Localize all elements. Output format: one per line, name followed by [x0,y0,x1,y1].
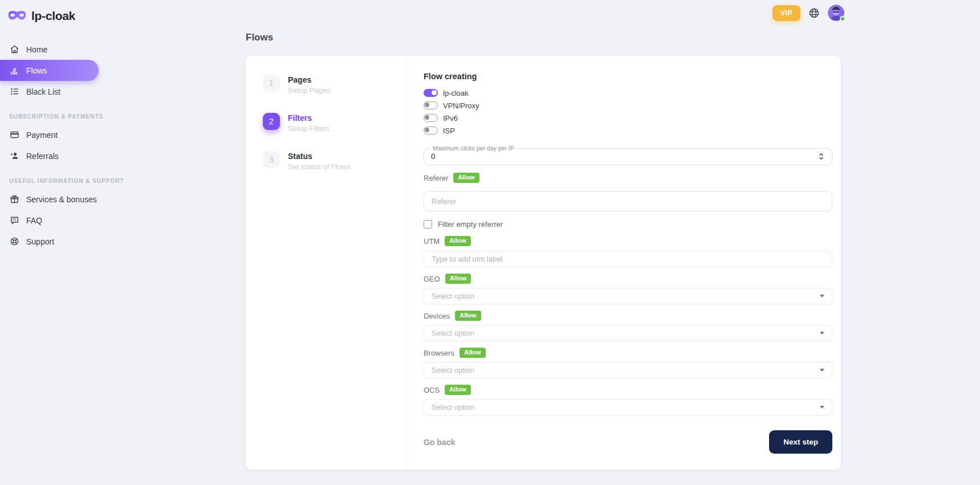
stepper-step-status[interactable]: 3 Status Set status of Flows [263,151,392,171]
filter-label: Devices [424,312,450,320]
browsers-filter-group: Browsers Allow Select option [424,348,832,378]
sidebar-section-header: Useful information & support [9,178,96,184]
mask-icon [7,10,27,22]
browsers-select[interactable]: Select option [424,362,832,378]
flow-card: 1 Pages Setup Pages 2 Filters Setup Filt… [246,56,841,470]
flow-form: Flow creating lp-cloak VPN/Proxy IPv6 IS… [406,56,841,470]
devices-select[interactable]: Select option [424,325,832,341]
ocs-filter-group: OCS Allow Select option [424,385,832,415]
page-title: Flows [246,32,841,43]
ipv6-toggle[interactable] [424,114,438,122]
svg-text:?!: ?! [13,218,16,222]
blacklist-icon [9,87,19,97]
sidebar-item-support[interactable]: Support [0,231,105,252]
lp-cloak-toggle[interactable] [424,89,438,97]
chevron-down-icon [820,369,824,372]
step-subtitle: Setup Filters [288,124,330,133]
services-icon [9,194,19,205]
max-clicks-field: Maximum clicks per day per IP [424,145,832,165]
sidebar-item-home[interactable]: Home [0,39,105,60]
toggle-label: VPN/Proxy [443,101,479,110]
payment-icon [9,130,19,140]
utm-label: UTM [424,237,440,246]
utm-input[interactable] [424,251,832,267]
step-title: Filters [288,113,330,123]
flows-icon [9,66,19,76]
sidebar-item-flows[interactable]: Flows [0,60,99,81]
utm-allow-badge[interactable]: Allow [445,236,470,246]
sidebar-nav: Home Flows Black List Subscription & pay… [0,39,105,252]
filter-label: GEO [424,275,440,283]
sidebar-item-faq[interactable]: ?! FAQ [0,210,105,231]
faq-icon: ?! [9,215,19,226]
step-number: 1 [263,75,280,92]
avatar[interactable] [828,5,844,21]
sidebar-item-black-list[interactable]: Black List [0,81,105,102]
support-icon [9,237,19,247]
toggle-row: IPv6 [424,114,832,122]
filter-label: OCS [424,386,440,394]
referer-label: Referer [424,174,448,182]
referrals-icon [9,151,19,161]
form-title: Flow creating [424,72,832,81]
browsers-allow-badge[interactable]: Allow [459,348,485,358]
go-back-button[interactable]: Go back [424,438,455,447]
step-number: 3 [263,151,280,168]
vpn-proxy-toggle[interactable] [424,101,438,109]
topbar-right: VIP [772,5,844,21]
chevron-down-icon [819,157,824,160]
referer-allow-badge[interactable]: Allow [453,173,479,183]
brand-name: lp-cloak [31,9,75,23]
filter-label: Browsers [424,349,454,357]
geo-select[interactable]: Select option [424,288,832,304]
max-clicks-label: Maximum clicks per day per IP [430,145,517,152]
toggle-row: lp-cloak [424,89,832,97]
toggle-row: ISP [424,127,832,135]
stepper: 1 Pages Setup Pages 2 Filters Setup Filt… [246,56,406,470]
main-content: Flows 1 Pages Setup Pages 2 Filters Setu… [246,32,841,470]
sidebar-item-referrals[interactable]: Referrals [0,145,105,166]
ocs-allow-badge[interactable]: Allow [445,385,470,395]
online-status-dot [840,16,845,22]
select-placeholder: Select option [432,329,474,337]
number-stepper[interactable] [818,152,825,161]
filter-selects: GEO Allow Select option Devices Allow Se… [424,267,832,415]
referer-input[interactable] [424,191,832,211]
vip-button[interactable]: VIP [772,5,800,21]
stepper-step-pages[interactable]: 1 Pages Setup Pages [263,75,392,95]
step-number: 2 [263,113,280,130]
sidebar-item-payment[interactable]: Payment [0,124,105,145]
stepper-step-filters[interactable]: 2 Filters Setup Filters [263,113,392,133]
devices-filter-group: Devices Allow Select option [424,311,832,341]
brand-logo[interactable]: lp-cloak [7,7,105,25]
geo-filter-group: GEO Allow Select option [424,274,832,304]
ocs-select[interactable]: Select option [424,399,832,415]
chevron-up-icon [819,153,824,156]
next-step-button[interactable]: Next step [769,430,832,454]
max-clicks-input[interactable] [431,152,545,161]
toggle-row: VPN/Proxy [424,101,832,109]
isp-toggle[interactable] [424,127,438,135]
sidebar-section-header: Subscription & payments [9,113,96,120]
sidebar: lp-cloak Home Flows Black List Subscript… [0,0,105,252]
step-title: Pages [288,75,330,84]
select-placeholder: Select option [432,403,474,411]
toggle-list: lp-cloak VPN/Proxy IPv6 ISP [424,89,832,139]
chevron-down-icon [820,295,824,297]
globe-icon[interactable] [808,7,820,19]
toggle-label: IPv6 [443,114,458,123]
filter-empty-referrer-checkbox[interactable] [424,220,432,229]
geo-allow-badge[interactable]: Allow [445,274,471,284]
toggle-label: ISP [443,127,455,135]
toggle-label: lp-cloak [443,89,469,97]
sidebar-item-services-bonuses[interactable]: Services & bonuses [0,189,105,210]
devices-allow-badge[interactable]: Allow [455,311,481,321]
chevron-down-icon [820,332,824,335]
select-placeholder: Select option [432,366,474,374]
step-subtitle: Setup Pages [288,86,330,95]
step-subtitle: Set status of Flows [288,162,351,171]
home-icon [9,44,19,55]
checkbox-label: Filter empty referrer [438,220,503,229]
select-placeholder: Select option [432,292,474,300]
step-title: Status [288,152,351,161]
